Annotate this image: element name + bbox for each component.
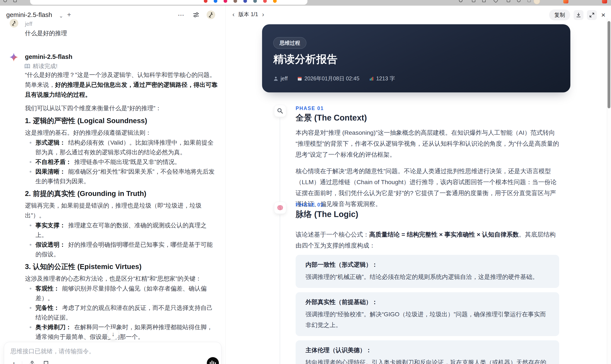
meta-word-count-text: 1213 字 <box>376 75 395 82</box>
dimension-box: 外部真实性（前提基础）： 强调推理的“经验校准”。解决“GIGO（垃圾进，垃圾出… <box>296 292 559 336</box>
phase-1-icon-card <box>274 105 286 117</box>
expand-button[interactable] <box>587 10 597 20</box>
close-panel-button[interactable]: × <box>600 11 606 19</box>
phase-2-icon-card <box>274 202 286 214</box>
expand-icon <box>589 12 595 18</box>
dimension-box: 主体伦理（认识美德）： 转向推理者的心理特征。引入奥卡姆剃刀和反向论证，旨在克服… <box>296 340 559 364</box>
chat-title[interactable]: gemini-2.5-flash <box>6 11 52 18</box>
dimension-box-text: 强调推理的“机械正确”。结论必须在给定的规则系统内逻辑自洽，这是推理的硬件基础。 <box>306 272 549 282</box>
waveform-bar <box>210 362 211 364</box>
browser-sidebar-icon[interactable] <box>482 0 486 2</box>
browser-clock-icon[interactable] <box>517 0 520 2</box>
browser-toolbar-icon[interactable] <box>459 0 463 2</box>
arrow-down-icon: ↓ <box>112 331 115 338</box>
bullet-label: 完备性： <box>36 304 60 311</box>
copy-button[interactable]: 复制 <box>549 10 570 20</box>
more-options-icon[interactable]: ⋯ <box>176 10 186 19</box>
app-window: gemini-2.5-flash ⌄ + ⋯ <box>0 6 611 364</box>
phase-1-paragraph: 核心情境在于解决“思考的随意性”问题。不论是人类通过批判性思维进行决策，还是大语… <box>296 166 559 209</box>
list-item: 不自相矛盾：推理链条中不能出现“既是又非”的情况。 <box>25 157 218 167</box>
gemini-star-icon <box>9 52 18 62</box>
section-2-desc: 逻辑再完美，如果前提是错误的，推理也是垃圾（即“垃圾进，垃圾出”）。 <box>25 201 218 221</box>
section-2-title: 2. 前提的真实性 (Grounding in Truth) <box>25 189 218 198</box>
phase-1-paragraph: 本内容是对“推理 (Reasoning)”这一抽象概念的高层建模。在知识爆炸与人… <box>296 127 559 160</box>
dimension-box-text: 转向推理者的心理特征。引入奥卡姆剃刀和反向论证，旨在克服人类（或机器）天然存在的… <box>306 357 549 364</box>
list-item: 形式逻辑：结构必须有效（Valid）。比如演绎推理中，如果前提全部为真，那么通过… <box>25 138 218 157</box>
browser-profile-avatar[interactable] <box>534 0 540 4</box>
chat-panel: gemini-2.5-flash ⌄ + ⋯ <box>0 6 226 364</box>
list-item: 事实支撑：推理建立在可靠的数据、准确的观测或公认的真理之上。 <box>25 221 218 240</box>
artifact-actions: 复制 × <box>549 10 606 20</box>
report-hero-card: 思维过程 精读分析报告 jeff 2 <box>262 24 570 92</box>
browser-extension-icon[interactable] <box>602 0 607 3</box>
next-version-button[interactable]: › <box>262 11 264 18</box>
phase-timeline-line <box>280 118 280 202</box>
bookmark-icon[interactable] <box>42 360 51 364</box>
list-item: 假设透明：好的推理会明确指明哪些是已知事实，哪些是基于可能的假设。 <box>25 240 218 259</box>
brain-icon <box>277 204 284 211</box>
bullet-label: 事实支撑： <box>36 222 66 229</box>
waveform-bar <box>212 361 213 364</box>
voice-input-button[interactable] <box>207 357 219 364</box>
user-message-text: 什么是好的推理 <box>25 29 67 37</box>
scrollbar-track[interactable] <box>607 18 611 364</box>
waveform-bar <box>215 362 216 364</box>
dimension-box-text: 强调推理的“经验校准”。解决“GIGO（垃圾进，垃圾出）”问题，确保推理引擎运行… <box>306 309 549 330</box>
phase-2-lead-paragraph: 该论述基于一个核心公式：高质量结论 = 结构完整性 × 事实准确性 × 认知自律… <box>296 229 559 251</box>
composer-input[interactable]: 思维接口已就绪，请传输指令。 <box>11 347 204 355</box>
browser-grid-icon[interactable] <box>13 0 17 2</box>
bullet-text: 推理链条中不能出现“既是又非”的情况。 <box>74 159 181 165</box>
book-icon <box>24 63 30 69</box>
attach-plus-button[interactable]: + <box>11 360 16 364</box>
bullet-label: 形式逻辑： <box>36 139 66 146</box>
download-button[interactable] <box>574 10 584 20</box>
phase-1-body: 本内容是对“推理 (Reasoning)”这一抽象概念的高层建模。在知识爆炸与人… <box>296 127 559 215</box>
toolbar-divider <box>22 361 22 364</box>
list-item: 客观性：能够识别并尽量排除个人偏见（如幸存者偏差、确认偏差）。 <box>25 284 218 303</box>
browser-extension-icon[interactable] <box>563 0 569 3</box>
browser-play-icon[interactable] <box>493 0 498 3</box>
section-3-list: 客观性：能够识别并尽量排除个人偏见（如幸存者偏差、确认偏差）。 完备性：考虑了对… <box>25 284 218 342</box>
skills-diamonds-icon[interactable] <box>28 360 36 364</box>
phase-1-label: PHASE 01 <box>296 105 324 111</box>
section-3-title: 3. 认知的公正性 (Epistemic Virtues) <box>25 262 218 271</box>
browser-download-tray-icon[interactable] <box>507 0 510 2</box>
meta-author: jeff <box>273 75 288 82</box>
phase-timeline-line <box>280 215 280 364</box>
list-item: 完备性：考虑了对立的观点和潜在的反证，而不是只选择支持自己结论的证据。 <box>25 303 218 322</box>
browser-apps-icon[interactable] <box>527 0 531 2</box>
magnifier-icon <box>277 107 284 114</box>
section-2-list: 事实支撑：推理建立在可靠的数据、准确的观测或公认的真理之上。 假设透明：好的推理… <box>25 221 218 259</box>
composer-toolbar: + <box>11 360 51 364</box>
user-avatar[interactable] <box>207 11 215 19</box>
assistant-status: 精读完成! <box>24 62 58 70</box>
bullet-text: 考虑了对立的观点和潜在的反证，而不是只选择支持自己结论的证据。 <box>36 304 213 321</box>
bullet-label: 假设透明： <box>36 241 66 248</box>
chevron-down-icon[interactable]: ⌄ <box>59 13 63 19</box>
section-3-desc: 这涉及推理者的心态和方法论，也是区分“杠精”和“思想家”的关键： <box>25 274 218 284</box>
dimension-box-label: 主体伦理（认识美德）： <box>306 346 549 354</box>
tune-settings-icon[interactable] <box>192 10 200 19</box>
report-meta: jeff 2026年01月08日 02:45 <box>273 75 395 82</box>
composer: 思维接口已就绪，请传输指令。 + <box>4 342 221 364</box>
scrollbar-thumb[interactable] <box>608 21 610 108</box>
bullet-label: 不自相矛盾： <box>36 159 72 165</box>
tune-icon <box>192 11 200 18</box>
calendar-icon <box>297 76 302 81</box>
browser-puzzle-icon[interactable] <box>472 0 475 2</box>
prev-version-button[interactable]: ‹ <box>232 11 235 18</box>
section-1-desc: 这是推理的基石。好的推理必须遵循逻辑法则： <box>25 128 218 138</box>
assistant-status-text: 精读完成! <box>33 62 58 70</box>
list-item: 因果清晰：能准确区分“相关性”和“因果关系”，不会轻率地将先后发生的事情归为因果… <box>25 167 218 186</box>
scroll-to-bottom-button[interactable]: ↓ <box>107 328 119 340</box>
meta-word-count: 1213 字 <box>369 75 395 82</box>
download-icon <box>575 12 582 18</box>
person-icon <box>273 76 279 81</box>
browser-reload-icon[interactable] <box>3 0 7 2</box>
artifact-panel: ‹ 版本 1/1 › 复制 × 思维过程 精读分析报告 <box>226 6 611 364</box>
new-chat-button[interactable]: + <box>67 11 71 19</box>
assistant-message-body: “什么是好的推理？”这是一个涉及逻辑学、认知科学和哲学核心的问题。简单来说，好的… <box>25 70 218 364</box>
dimension-box-label: 外部真实性（前提基础）： <box>306 298 549 306</box>
report-title: 精读分析报告 <box>273 52 338 66</box>
bar-chart-icon <box>369 76 374 81</box>
